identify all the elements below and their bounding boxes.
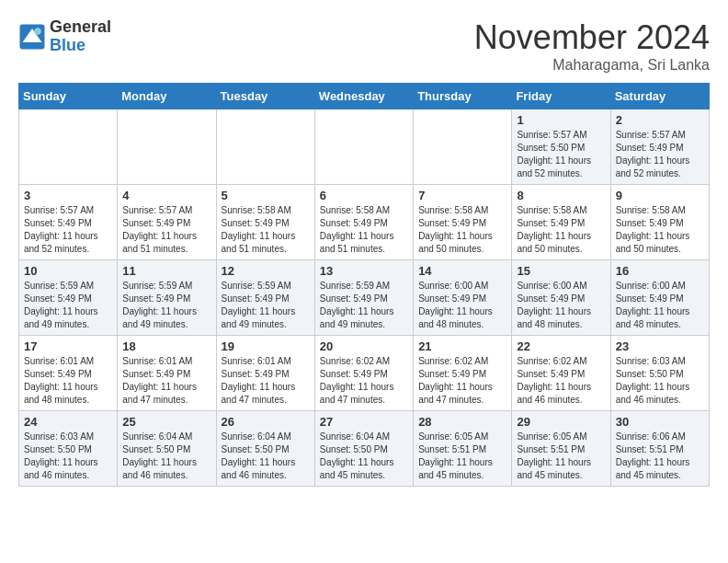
cell-3-1: 18Sunrise: 6:01 AM Sunset: 5:49 PM Dayli… <box>118 336 216 411</box>
day-info: Sunrise: 6:05 AM Sunset: 5:51 PM Dayligh… <box>418 431 506 482</box>
cell-4-4: 28Sunrise: 6:05 AM Sunset: 5:51 PM Dayli… <box>414 411 512 487</box>
calendar-header: Sunday Monday Tuesday Wednesday Thursday… <box>19 84 710 109</box>
logo-icon <box>18 23 46 51</box>
cell-2-2: 12Sunrise: 5:59 AM Sunset: 5:49 PM Dayli… <box>216 260 314 336</box>
cell-4-0: 24Sunrise: 6:03 AM Sunset: 5:50 PM Dayli… <box>19 411 118 487</box>
day-number: 15 <box>517 264 605 278</box>
day-number: 30 <box>616 415 704 429</box>
cell-1-0: 3Sunrise: 5:57 AM Sunset: 5:49 PM Daylig… <box>19 185 118 260</box>
day-info: Sunrise: 5:57 AM Sunset: 5:50 PM Dayligh… <box>517 129 605 180</box>
week-row-0: 1Sunrise: 5:57 AM Sunset: 5:50 PM Daylig… <box>19 109 710 185</box>
day-info: Sunrise: 5:58 AM Sunset: 5:49 PM Dayligh… <box>418 204 506 256</box>
cell-1-2: 5Sunrise: 5:58 AM Sunset: 5:49 PM Daylig… <box>216 185 314 260</box>
cell-0-4 <box>414 109 512 185</box>
cell-2-6: 16Sunrise: 6:00 AM Sunset: 5:49 PM Dayli… <box>610 260 709 336</box>
header-thursday: Thursday <box>414 84 512 109</box>
week-row-3: 17Sunrise: 6:01 AM Sunset: 5:49 PM Dayli… <box>19 336 710 411</box>
cell-4-3: 27Sunrise: 6:04 AM Sunset: 5:50 PM Dayli… <box>314 411 413 487</box>
day-number: 7 <box>418 189 506 202</box>
cell-0-1 <box>118 109 216 185</box>
day-info: Sunrise: 5:57 AM Sunset: 5:49 PM Dayligh… <box>616 129 704 180</box>
header-monday: Monday <box>118 84 216 109</box>
cell-0-3 <box>314 109 413 185</box>
day-info: Sunrise: 6:01 AM Sunset: 5:49 PM Dayligh… <box>122 355 210 407</box>
day-number: 16 <box>616 264 704 278</box>
cell-0-5: 1Sunrise: 5:57 AM Sunset: 5:50 PM Daylig… <box>512 109 610 185</box>
cell-4-6: 30Sunrise: 6:06 AM Sunset: 5:51 PM Dayli… <box>610 411 709 487</box>
logo-blue-text: Blue <box>50 37 111 55</box>
day-info: Sunrise: 5:59 AM Sunset: 5:49 PM Dayligh… <box>320 280 408 331</box>
day-info: Sunrise: 6:02 AM Sunset: 5:49 PM Dayligh… <box>320 355 408 407</box>
day-number: 21 <box>418 339 506 353</box>
day-info: Sunrise: 5:58 AM Sunset: 5:49 PM Dayligh… <box>517 204 605 256</box>
logo-general-text: General <box>50 18 111 37</box>
day-info: Sunrise: 5:57 AM Sunset: 5:49 PM Dayligh… <box>24 204 112 256</box>
cell-2-0: 10Sunrise: 5:59 AM Sunset: 5:49 PM Dayli… <box>19 260 118 336</box>
day-number: 10 <box>24 264 112 278</box>
title-block: November 2024 Maharagama, Sri Lanka <box>474 18 710 74</box>
day-number: 8 <box>517 189 605 202</box>
cell-3-3: 20Sunrise: 6:02 AM Sunset: 5:49 PM Dayli… <box>314 336 413 411</box>
day-number: 18 <box>122 339 210 353</box>
day-number: 19 <box>222 339 310 353</box>
day-info: Sunrise: 6:00 AM Sunset: 5:49 PM Dayligh… <box>517 280 605 331</box>
header-sunday: Sunday <box>19 84 118 109</box>
cell-4-1: 25Sunrise: 6:04 AM Sunset: 5:50 PM Dayli… <box>118 411 216 487</box>
cell-1-5: 8Sunrise: 5:58 AM Sunset: 5:49 PM Daylig… <box>512 185 610 260</box>
header-tuesday: Tuesday <box>216 84 314 109</box>
cell-2-4: 14Sunrise: 6:00 AM Sunset: 5:49 PM Dayli… <box>414 260 512 336</box>
day-info: Sunrise: 6:03 AM Sunset: 5:50 PM Dayligh… <box>616 355 704 407</box>
day-info: Sunrise: 6:00 AM Sunset: 5:49 PM Dayligh… <box>418 280 506 331</box>
day-number: 17 <box>24 339 112 353</box>
cell-0-6: 2Sunrise: 5:57 AM Sunset: 5:49 PM Daylig… <box>610 109 709 185</box>
day-number: 9 <box>616 189 704 202</box>
day-info: Sunrise: 6:04 AM Sunset: 5:50 PM Dayligh… <box>222 431 310 482</box>
day-number: 25 <box>122 415 210 429</box>
week-row-1: 3Sunrise: 5:57 AM Sunset: 5:49 PM Daylig… <box>19 185 710 260</box>
logo: General Blue <box>18 18 111 55</box>
cell-3-0: 17Sunrise: 6:01 AM Sunset: 5:49 PM Dayli… <box>19 336 118 411</box>
day-number: 5 <box>222 189 310 202</box>
cell-0-0 <box>19 109 118 185</box>
day-number: 13 <box>320 264 408 278</box>
day-info: Sunrise: 6:02 AM Sunset: 5:49 PM Dayligh… <box>418 355 506 407</box>
cell-1-1: 4Sunrise: 5:57 AM Sunset: 5:49 PM Daylig… <box>118 185 216 260</box>
day-info: Sunrise: 5:58 AM Sunset: 5:49 PM Dayligh… <box>320 204 408 256</box>
calendar-body: 1Sunrise: 5:57 AM Sunset: 5:50 PM Daylig… <box>19 109 710 487</box>
day-number: 20 <box>320 339 408 353</box>
day-info: Sunrise: 6:00 AM Sunset: 5:49 PM Dayligh… <box>616 280 704 331</box>
day-number: 26 <box>222 415 310 429</box>
header-saturday: Saturday <box>610 84 709 109</box>
calendar-table: Sunday Monday Tuesday Wednesday Thursday… <box>18 83 710 487</box>
location-title: Maharagama, Sri Lanka <box>474 57 710 74</box>
cell-1-4: 7Sunrise: 5:58 AM Sunset: 5:49 PM Daylig… <box>414 185 512 260</box>
day-info: Sunrise: 6:06 AM Sunset: 5:51 PM Dayligh… <box>616 431 704 482</box>
day-number: 12 <box>222 264 310 278</box>
cell-1-6: 9Sunrise: 5:58 AM Sunset: 5:49 PM Daylig… <box>610 185 709 260</box>
day-info: Sunrise: 5:58 AM Sunset: 5:49 PM Dayligh… <box>616 204 704 256</box>
week-row-4: 24Sunrise: 6:03 AM Sunset: 5:50 PM Dayli… <box>19 411 710 487</box>
cell-4-2: 26Sunrise: 6:04 AM Sunset: 5:50 PM Dayli… <box>216 411 314 487</box>
day-number: 23 <box>616 339 704 353</box>
day-number: 6 <box>320 189 408 202</box>
cell-1-3: 6Sunrise: 5:58 AM Sunset: 5:49 PM Daylig… <box>314 185 413 260</box>
day-info: Sunrise: 5:57 AM Sunset: 5:49 PM Dayligh… <box>122 204 210 256</box>
cell-4-5: 29Sunrise: 6:05 AM Sunset: 5:51 PM Dayli… <box>512 411 610 487</box>
day-info: Sunrise: 6:02 AM Sunset: 5:49 PM Dayligh… <box>517 355 605 407</box>
day-number: 27 <box>320 415 408 429</box>
cell-3-4: 21Sunrise: 6:02 AM Sunset: 5:49 PM Dayli… <box>414 336 512 411</box>
day-number: 3 <box>24 189 112 202</box>
month-title: November 2024 <box>474 18 710 57</box>
page-header: General Blue November 2024 Maharagama, S… <box>18 18 710 74</box>
cell-3-6: 23Sunrise: 6:03 AM Sunset: 5:50 PM Dayli… <box>610 336 709 411</box>
day-number: 1 <box>517 113 605 127</box>
day-number: 24 <box>24 415 112 429</box>
day-number: 28 <box>418 415 506 429</box>
header-friday: Friday <box>512 84 610 109</box>
day-info: Sunrise: 5:58 AM Sunset: 5:49 PM Dayligh… <box>222 204 310 256</box>
day-info: Sunrise: 6:04 AM Sunset: 5:50 PM Dayligh… <box>320 431 408 482</box>
cell-2-1: 11Sunrise: 5:59 AM Sunset: 5:49 PM Dayli… <box>118 260 216 336</box>
day-number: 2 <box>616 113 704 127</box>
day-info: Sunrise: 5:59 AM Sunset: 5:49 PM Dayligh… <box>24 280 112 331</box>
day-number: 22 <box>517 339 605 353</box>
